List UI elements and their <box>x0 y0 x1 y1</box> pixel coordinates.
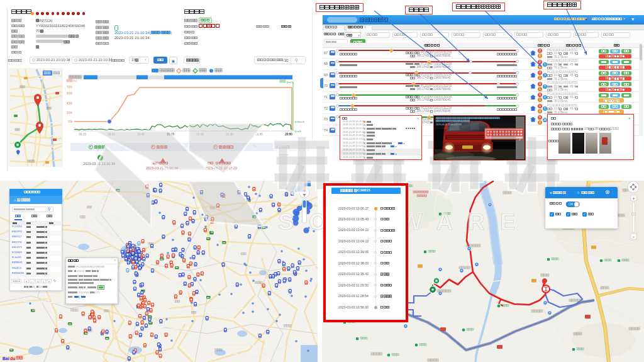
svg-text:20:30: 20:30 <box>108 133 115 136</box>
svg-text:21:15: 21:15 <box>196 133 204 136</box>
svg-text:2019-03-13 22:40 109.335: 2019-03-13 22:40 109.335 <box>436 123 462 126</box>
svg-text:0%: 0% <box>68 120 72 123</box>
svg-text:21:45: 21:45 <box>255 133 263 136</box>
svg-text:22:00: 22:00 <box>285 133 292 136</box>
svg-text:60%: 60% <box>67 92 72 95</box>
svg-text:0km/h: 0km/h <box>294 130 302 133</box>
svg-text:20:15: 20:15 <box>79 133 86 136</box>
svg-text:(%): (%) <box>73 79 77 82</box>
svg-text:100km/h: 100km/h <box>294 120 305 123</box>
svg-text:20%: 20% <box>67 111 72 115</box>
svg-text:40%: 40% <box>67 102 72 105</box>
svg-text:Bai: Bai <box>3 356 9 361</box>
svg-text:21:00: 21:00 <box>167 133 174 136</box>
svg-text:-: - <box>633 234 635 240</box>
svg-text:21:30: 21:30 <box>226 133 233 136</box>
svg-text:70%: 70% <box>67 86 72 89</box>
svg-text:+: + <box>632 196 635 201</box>
svg-text:20:45: 20:45 <box>137 133 145 136</box>
svg-text:du: du <box>10 356 16 361</box>
